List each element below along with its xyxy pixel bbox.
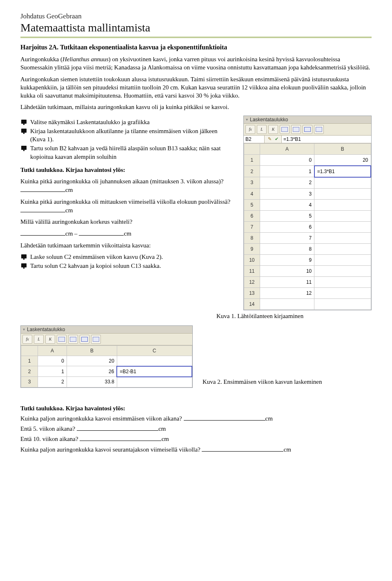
row-header[interactable]: 2	[244, 166, 260, 177]
paragraph-4: Lähdetään tutkimaan tarkemmin viikoittai…	[20, 241, 234, 249]
cell[interactable]: 1	[260, 166, 314, 177]
col-header-a[interactable]: A	[260, 143, 314, 154]
toolbar-fx-button[interactable]: fx	[245, 125, 255, 134]
cell[interactable]: 2	[38, 377, 67, 387]
accept-icon[interactable]: ✔	[274, 136, 279, 142]
cell[interactable]: 0	[260, 154, 314, 166]
blank-input[interactable]	[77, 424, 158, 431]
row-header[interactable]: 3	[21, 377, 38, 387]
cell[interactable]: 6	[260, 221, 314, 232]
blank-input[interactable]	[20, 185, 65, 192]
foot-question-1: Kuinka paljon auringonkukka kasvoi ensim…	[20, 414, 372, 423]
row-header[interactable]: 10	[244, 254, 260, 265]
cell[interactable]	[314, 199, 371, 210]
cell-reference[interactable]: B2	[244, 136, 265, 143]
toolbar-fx-button[interactable]: fx	[22, 335, 32, 344]
spreadsheet-title[interactable]: Laskentataulukko	[21, 326, 192, 334]
cell[interactable]: 20	[314, 154, 371, 166]
col-header-a[interactable]: A	[38, 345, 67, 356]
col-header-c[interactable]: C	[117, 345, 192, 356]
toolbar-align-button[interactable]	[57, 335, 67, 344]
cell[interactable]: 33.8	[67, 377, 117, 387]
species-name: Helianthus annuus	[62, 56, 109, 62]
cell[interactable]	[314, 188, 371, 199]
list-item: Laske soluun C2 ensimmäisen viikon kasvu…	[30, 253, 234, 261]
cell[interactable]	[314, 254, 371, 265]
toolbar-align-button[interactable]	[68, 335, 78, 344]
cell[interactable]	[314, 298, 371, 309]
caption-kuva2: Kuva 2. Ensimmäisen viikon kasvun laskem…	[203, 378, 322, 385]
blank-input[interactable]	[80, 434, 161, 441]
toolbar-fill-button[interactable]	[303, 125, 312, 134]
row-header[interactable]: 14	[244, 298, 260, 309]
cell[interactable]	[314, 287, 371, 298]
cell[interactable]: =1.3*B1	[314, 166, 371, 177]
unit-cm: cm	[161, 436, 169, 442]
toolbar-align-button[interactable]	[280, 125, 290, 134]
blank-input[interactable]	[20, 206, 65, 212]
cell[interactable]: 11	[260, 276, 314, 287]
corner-header[interactable]	[21, 345, 38, 356]
toolbar-fill-button[interactable]	[80, 335, 89, 344]
cell[interactable]: 4	[260, 199, 314, 210]
toolbar-bold-button[interactable]: L	[34, 335, 44, 344]
cell[interactable]	[314, 221, 371, 232]
caption-kuva1: Kuva 1. Lähtötilanteen kirjaaminen	[216, 313, 372, 320]
cell[interactable]: 3	[260, 188, 314, 199]
spreadsheet-grid[interactable]: A B C 10202126=B2-B13233.8	[21, 345, 192, 387]
cancel-icon[interactable]: ✎	[267, 136, 272, 142]
row-header[interactable]: 8	[244, 232, 260, 243]
cell[interactable]: 20	[67, 356, 117, 366]
toolbar-italic-button[interactable]: K	[268, 125, 278, 134]
row-header[interactable]: 1	[21, 356, 38, 366]
cell[interactable]	[260, 298, 314, 309]
row-header[interactable]: 12	[244, 276, 260, 287]
toolbar-border-button[interactable]	[314, 125, 324, 134]
cell[interactable]: 10	[260, 265, 314, 276]
row-header[interactable]: 4	[244, 188, 260, 199]
cell[interactable]: =B2-B1	[117, 366, 192, 377]
cell[interactable]: 26	[67, 366, 117, 377]
toolbar-italic-button[interactable]: K	[45, 335, 55, 344]
cell[interactable]	[314, 177, 371, 189]
cell[interactable]: 0	[38, 356, 67, 366]
col-header-b[interactable]: B	[67, 345, 117, 356]
cell[interactable]: 1	[38, 366, 67, 377]
blank-input[interactable]	[184, 414, 265, 421]
blank-input[interactable]	[79, 229, 124, 236]
row-header[interactable]: 1	[244, 154, 260, 166]
row-header[interactable]: 6	[244, 210, 260, 221]
toolbar-align-button[interactable]	[291, 125, 301, 134]
cell[interactable]: 8	[260, 243, 314, 254]
spreadsheet-title[interactable]: Laskentataulukko	[244, 116, 371, 124]
row-header[interactable]: 7	[244, 221, 260, 232]
blank-input[interactable]	[20, 229, 65, 236]
cell[interactable]	[314, 210, 371, 221]
row-header[interactable]: 9	[244, 243, 260, 254]
col-header-b[interactable]: B	[314, 143, 371, 154]
formula-input[interactable]: =1.3*B1	[281, 136, 371, 143]
cell[interactable]: 9	[260, 254, 314, 265]
corner-header[interactable]	[244, 143, 260, 154]
cell[interactable]: 7	[260, 232, 314, 243]
cell[interactable]	[314, 276, 371, 287]
cell[interactable]	[314, 243, 371, 254]
toolbar-bold-button[interactable]: L	[257, 125, 267, 134]
spreadsheet-grid[interactable]: A B 102021=1.3*B132435465768798109111012…	[244, 143, 371, 310]
list-item: Kirjaa laskentataulukkoon alkutilanne ja…	[30, 127, 234, 144]
cell[interactable]	[314, 265, 371, 276]
row-header[interactable]: 2	[21, 366, 38, 377]
row-header[interactable]: 5	[244, 199, 260, 210]
row-header[interactable]: 3	[244, 177, 260, 189]
row-header[interactable]: 11	[244, 265, 260, 276]
cell[interactable]: 5	[260, 210, 314, 221]
cell[interactable]	[117, 356, 192, 366]
header-rule	[20, 37, 372, 38]
toolbar-border-button[interactable]	[91, 335, 101, 344]
cell[interactable]: 12	[260, 287, 314, 298]
cell[interactable]: 2	[260, 177, 314, 189]
blank-input[interactable]	[202, 445, 283, 452]
cell[interactable]	[117, 377, 192, 387]
row-header[interactable]: 13	[244, 287, 260, 298]
cell[interactable]	[314, 232, 371, 243]
